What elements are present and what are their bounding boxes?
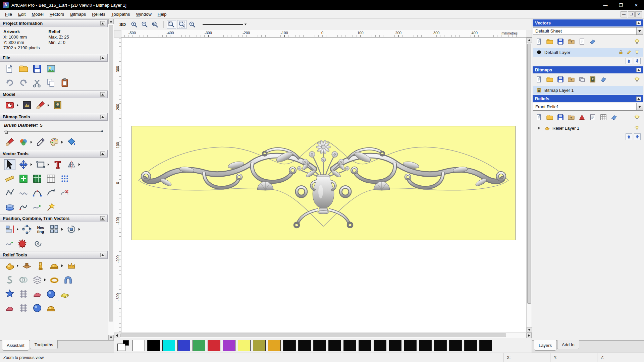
delete-bitmap-layer-icon[interactable] [599, 75, 608, 84]
transform-vectors-flyout-arrow-icon[interactable] [31, 163, 32, 166]
vectors-panel-header[interactable]: Vectors [533, 19, 643, 26]
collapse-vectors-panel-icon[interactable] [636, 21, 641, 25]
rotate-array-flyout-arrow-icon[interactable] [78, 228, 80, 231]
menu-model[interactable]: Model [29, 10, 46, 18]
bitmap-tools-header[interactable]: Bitmap Tools [0, 113, 108, 121]
turn-relief-icon[interactable] [35, 260, 46, 271]
circular-array-icon[interactable] [21, 224, 33, 235]
collapse-project-information-icon[interactable] [100, 21, 105, 25]
new-sheet-icon[interactable] [578, 37, 586, 46]
create-polyline-icon[interactable] [4, 187, 15, 198]
create-text-icon[interactable] [52, 159, 63, 170]
model-section-header[interactable]: Model [0, 90, 108, 98]
collapse-bitmap-tools-icon[interactable] [100, 115, 105, 119]
weld-vectors-icon[interactable] [18, 238, 29, 249]
new-vector-layer-icon[interactable] [535, 37, 543, 46]
zoom-in-icon[interactable] [129, 20, 139, 29]
sheet-selector[interactable]: Default Sheet [533, 27, 643, 35]
vector-doctor-icon[interactable] [45, 201, 57, 212]
minimize-button[interactable]: — [598, 0, 613, 10]
bitmap-to-vector-icon[interactable] [45, 173, 57, 184]
canvas-vertical-scrollbar[interactable] [526, 38, 532, 333]
palette-swatch-19[interactable] [419, 340, 432, 351]
zoom-drawing-icon[interactable] [167, 20, 176, 29]
offset-relief-icon[interactable] [32, 275, 43, 285]
close-button[interactable]: ✕ [629, 0, 644, 10]
link-colours-icon[interactable] [49, 137, 60, 147]
import-vectors-icon[interactable] [567, 37, 576, 46]
move-layer-up-icon[interactable] [626, 58, 632, 64]
sheet-selector-dropdown-icon[interactable] [636, 27, 643, 35]
mirror-vectors-icon[interactable] [66, 159, 77, 170]
dome-relief-icon[interactable] [49, 260, 60, 271]
bitmaps-panel-header[interactable]: Bitmaps [533, 66, 643, 73]
mirror-vectors-flyout-arrow-icon[interactable] [78, 163, 80, 166]
menu-reliefs[interactable]: Reliefs [89, 10, 108, 18]
primary-secondary-colour-swatch[interactable] [117, 340, 129, 352]
show-all-bitmap-layers-icon[interactable] [633, 75, 641, 84]
palette-swatch-6[interactable] [223, 340, 235, 351]
project-information-header[interactable]: Project Information [0, 19, 108, 27]
lock-layer-icon[interactable] [618, 49, 624, 56]
paint-selective-flyout-arrow-icon[interactable] [31, 141, 32, 143]
vector-layer-row[interactable]: Default Layer [533, 48, 643, 57]
weave-relief-icon[interactable] [18, 289, 29, 299]
mdi-minimize-button[interactable]: — [621, 11, 627, 17]
collapse-file-icon[interactable] [100, 56, 105, 60]
menu-vectors[interactable]: Vectors [47, 10, 67, 18]
select-vectors-icon[interactable] [4, 159, 15, 170]
collapse-model-icon[interactable] [100, 92, 105, 97]
transform-vectors-icon[interactable] [18, 159, 29, 170]
canvas-hscroll-thumb[interactable] [120, 334, 506, 337]
envelope-relief-icon[interactable] [62, 275, 74, 285]
colour-picker-icon[interactable] [35, 137, 46, 147]
canvas-horizontal-scrollbar[interactable] [114, 333, 532, 338]
canvas-scroll-down-icon[interactable] [527, 327, 532, 333]
new-model-icon[interactable] [4, 63, 15, 74]
vector-tools-header[interactable]: Vector Tools [0, 150, 108, 158]
set-model-size-flyout-arrow-icon[interactable] [17, 104, 18, 107]
layer-visibility-icon[interactable] [634, 49, 640, 56]
palette-swatch-21[interactable] [449, 340, 462, 351]
isoform-relief-icon[interactable] [4, 303, 15, 313]
menu-help[interactable]: Help [155, 10, 170, 18]
paste-icon[interactable] [59, 77, 70, 88]
menu-window[interactable]: Window [133, 10, 155, 18]
rename-layer-icon[interactable] [626, 49, 632, 56]
smooth-relief-icon[interactable] [21, 260, 33, 271]
adjust-model-icon[interactable] [35, 100, 46, 111]
shape-editor-icon[interactable] [4, 260, 15, 271]
mdi-close-button[interactable]: ✕ [635, 11, 642, 17]
node-editing-icon[interactable] [18, 173, 29, 184]
delete-relief-layer-icon[interactable] [610, 113, 619, 122]
set-model-size-icon[interactable] [4, 100, 15, 111]
open-relief-layer-icon[interactable] [545, 113, 554, 122]
paint-icon[interactable] [4, 137, 15, 147]
relief-tools-header[interactable]: Relief Tools [0, 251, 108, 259]
create-rectangle-flyout-arrow-icon[interactable] [48, 163, 49, 166]
scroll-up-icon[interactable] [108, 19, 114, 24]
zoom-out-icon[interactable] [140, 20, 149, 29]
bitmap-layer-thumb-icon[interactable] [536, 87, 542, 94]
rotate-array-icon[interactable] [66, 224, 77, 235]
canvas-vscroll-thumb[interactable] [527, 44, 531, 304]
flood-fill-icon[interactable] [66, 137, 77, 147]
line-width-dropdown-icon[interactable] [245, 23, 247, 25]
smooth-curve-icon[interactable] [4, 275, 15, 285]
paint-selective-icon[interactable] [18, 137, 29, 147]
import-bitmap-icon[interactable] [567, 75, 576, 84]
palette-swatch-13[interactable] [328, 340, 341, 351]
text-along-curve-icon[interactable] [32, 201, 43, 212]
assistant-scrollbar[interactable] [108, 19, 114, 340]
shape-editor-flyout-arrow-icon[interactable] [17, 264, 18, 267]
tab-layers[interactable]: Layers [534, 340, 556, 351]
join-vectors-icon[interactable] [4, 238, 15, 249]
new-relief-layer-icon[interactable] [535, 113, 543, 122]
spiral-icon[interactable] [32, 238, 43, 249]
link-colours-flyout-arrow-icon[interactable] [61, 141, 63, 143]
new-bitmap-layer-icon[interactable] [535, 75, 543, 84]
create-bezier-icon[interactable] [32, 187, 43, 198]
palette-swatch-9[interactable] [268, 340, 281, 351]
palette-swatch-1[interactable] [147, 340, 160, 351]
dome-relief-flyout-arrow-icon[interactable] [61, 264, 63, 267]
